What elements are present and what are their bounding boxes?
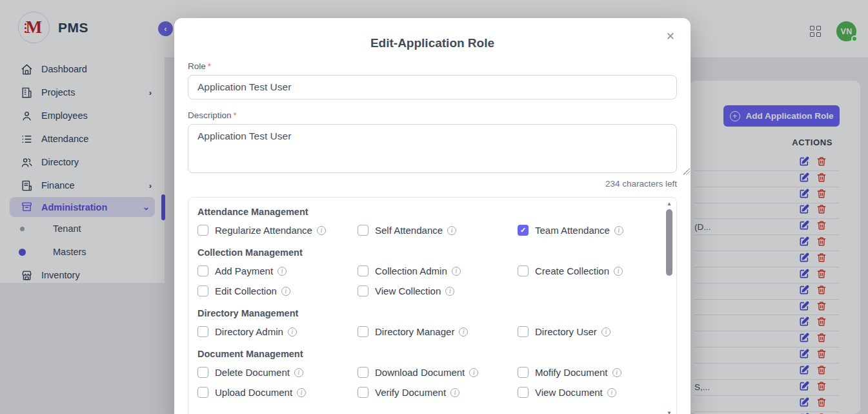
info-icon[interactable]: i [281, 287, 290, 296]
permission-checkbox[interactable] [197, 265, 208, 276]
permission-label: Edit Collection [215, 285, 277, 296]
permission-label: Collection Admin [375, 265, 447, 276]
permission-checkbox[interactable] [197, 387, 208, 398]
permission-checkbox[interactable] [197, 326, 208, 337]
role-input[interactable] [188, 75, 677, 99]
permission-options-grid: Add PaymentiCollection AdminiCreate Coll… [197, 265, 651, 296]
permission-option: View Collectioni [358, 285, 518, 296]
permission-option: Add Paymenti [197, 265, 358, 276]
permission-label: Directory Manager [375, 326, 454, 337]
info-icon[interactable]: i [445, 287, 454, 296]
permission-label: View Document [535, 387, 603, 398]
scroll-up-arrow-icon[interactable]: ▲ [665, 201, 674, 207]
info-icon[interactable]: i [607, 388, 616, 397]
permission-label: Download Document [375, 367, 465, 378]
permission-option: Collection Admini [358, 265, 518, 276]
permission-checkbox[interactable] [518, 265, 529, 276]
permission-options-grid: Regularize AttendanceiSelf Attendancei✓T… [197, 225, 651, 236]
permission-label: Delete Document [215, 367, 290, 378]
info-icon[interactable]: i [278, 267, 287, 276]
permission-option: Regularize Attendancei [197, 225, 358, 236]
permission-label: View Collection [375, 285, 441, 296]
role-label: Role* [188, 61, 677, 71]
textarea-resize-handle[interactable] [683, 169, 690, 175]
info-icon[interactable]: i [297, 388, 306, 397]
permission-label: Upload Document [215, 387, 292, 398]
description-textarea[interactable] [188, 124, 677, 173]
permission-options-grid: Delete DocumentiDownload DocumentiMofify… [197, 367, 651, 398]
permission-checkbox[interactable] [518, 326, 529, 337]
permission-group-title: Document Management [197, 349, 651, 359]
permission-option: Edit Collectioni [197, 285, 358, 296]
permission-checkbox[interactable] [358, 225, 368, 236]
permission-checkbox[interactable]: ✓ [518, 225, 529, 236]
permission-option: Directory Useri [518, 326, 651, 337]
permission-label: Add Payment [215, 265, 273, 276]
permission-label: Team Attendance [535, 225, 610, 236]
permission-label: Create Collection [535, 265, 609, 276]
permission-checkbox[interactable] [358, 367, 368, 378]
permission-option: Directory Admini [197, 326, 358, 337]
permission-label: Directory Admin [215, 326, 283, 337]
info-icon[interactable]: i [614, 267, 623, 276]
edit-application-role-modal: Edit-Application Role ✕ Role* Descriptio… [174, 18, 691, 414]
permission-group-title: Collection Management [197, 247, 651, 258]
permission-checkbox[interactable] [197, 367, 208, 378]
permission-checkbox[interactable] [358, 387, 368, 398]
permission-group-title: Directory Management [197, 308, 651, 318]
info-icon[interactable]: i [614, 226, 623, 235]
permission-option: Mofify Documenti [518, 367, 651, 378]
info-icon[interactable]: i [447, 226, 456, 235]
panel-scrollbar[interactable]: ▲ ▼ [665, 200, 674, 414]
permission-checkbox[interactable] [358, 285, 368, 296]
info-icon[interactable]: i [317, 226, 326, 235]
info-icon[interactable]: i [601, 327, 611, 336]
info-icon[interactable]: i [288, 327, 297, 336]
permission-label: Verify Document [375, 387, 446, 398]
info-icon[interactable]: i [469, 368, 478, 377]
permission-label: Self Attendance [375, 225, 443, 236]
info-icon[interactable]: i [450, 388, 459, 397]
permission-checkbox[interactable] [197, 285, 208, 296]
permission-label: Directory User [535, 326, 597, 337]
permissions-panel: Attendance ManagementRegularize Attendan… [188, 197, 677, 414]
info-icon[interactable]: i [459, 327, 468, 336]
permission-option: Directory Manageri [358, 326, 518, 337]
permission-label: Mofify Document [535, 367, 608, 378]
close-icon[interactable]: ✕ [663, 27, 678, 46]
info-icon[interactable]: i [612, 368, 621, 377]
permission-option: ✓Team Attendancei [518, 225, 651, 236]
permission-option: Delete Documenti [197, 367, 358, 378]
permission-option: Verify Documenti [358, 387, 518, 398]
permission-option: Download Documenti [358, 367, 518, 378]
permission-group-title: Attendance Management [197, 207, 651, 217]
characters-left-text: 234 characters left [188, 179, 677, 189]
scroll-down-arrow-icon[interactable]: ▼ [665, 410, 674, 414]
modal-title: Edit-Application Role [188, 31, 677, 50]
description-label: Description* [188, 110, 677, 120]
info-icon[interactable]: i [294, 368, 303, 377]
scrollbar-thumb[interactable] [666, 209, 672, 276]
permission-checkbox[interactable] [197, 225, 208, 236]
permission-options-grid: Directory AdminiDirectory ManageriDirect… [197, 326, 651, 337]
permission-option: Create Collectioni [518, 265, 651, 276]
permission-label: Regularize Attendance [215, 225, 312, 236]
permission-checkbox[interactable] [518, 367, 529, 378]
info-icon[interactable]: i [452, 267, 461, 276]
permission-option: Self Attendancei [358, 225, 518, 236]
permission-checkbox[interactable] [358, 326, 368, 337]
permission-option: View Documenti [518, 387, 651, 398]
permission-option: Upload Documenti [197, 387, 358, 398]
permission-checkbox[interactable] [518, 387, 529, 398]
permission-checkbox[interactable] [358, 265, 368, 276]
